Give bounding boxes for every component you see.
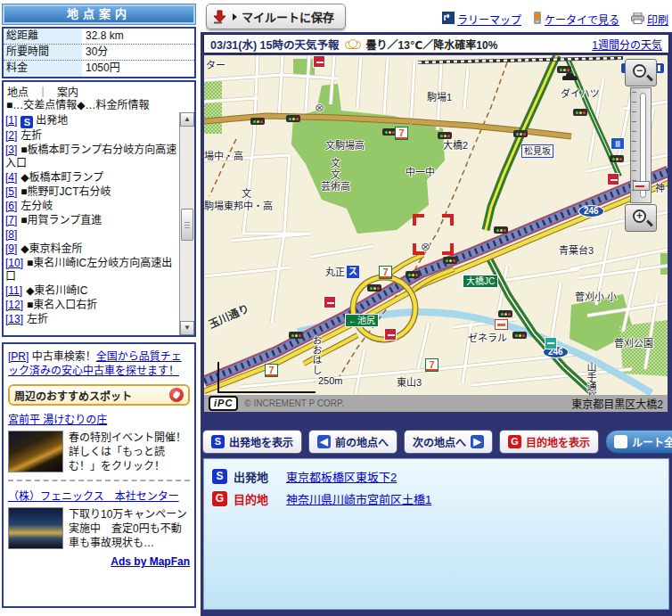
mobile-link[interactable]: ケータイで見る [545, 12, 619, 27]
map-label: ←池尻 [345, 314, 379, 327]
spot2-thumbnail[interactable] [8, 507, 63, 549]
next-view-button[interactable]: 次の地点へ▶ [404, 430, 493, 454]
route-summary: 総距離32.8 km所要時間30分料金1050円 [2, 27, 196, 78]
map-label: 250m [318, 376, 343, 386]
route-step-link[interactable]: [8] [5, 228, 17, 241]
railway [418, 58, 623, 62]
route-step-text: ■板橋本町ランプ右分岐方向高速入口 [5, 144, 176, 169]
summary-value: 32.8 km [82, 29, 194, 44]
route-step-link[interactable]: [1] [5, 114, 17, 127]
save-arrow-icon [213, 10, 227, 24]
route-step-link[interactable]: [12] [5, 299, 23, 311]
route-step: [9]◆東京料金所 [5, 242, 178, 256]
zoom-out-button[interactable]: − [625, 59, 657, 86]
poi-teal-icon [545, 337, 557, 349]
route-step: [6]左分岐 [5, 200, 178, 213]
spot1-thumbnail[interactable] [8, 431, 63, 472]
nav-button-label: 前の地点へ [335, 434, 389, 449]
spot1-row: 春の特別イベント開催！詳しくは「もっと読む！」をクリック！ [8, 431, 190, 473]
traffic-light-icon [573, 109, 587, 116]
route-step: [1]S出発地 [5, 114, 178, 128]
main-column: マイルートに保存 ラリーマップケータイで見る印刷 03/31(水) 15時の天気… [201, 0, 672, 616]
route-step: [5]■熊野町JCT右分岐 [5, 185, 178, 199]
route-step-link[interactable]: [11] [5, 284, 22, 297]
map-label: 文駒場高 [325, 141, 365, 151]
route-step-text: ◆東名川崎IC [26, 284, 87, 297]
route-step-link[interactable]: [4] [5, 171, 17, 184]
start-view-button[interactable]: S出発地を表示 [202, 430, 302, 454]
spot-header-label: 周辺のおすすめスポット [14, 388, 132, 403]
traffic-light-icon [438, 132, 452, 139]
toolbar-link: ラリーマップ [442, 12, 521, 27]
scroll-up-icon[interactable]: ▲ [180, 112, 194, 127]
traffic-light-icon [367, 284, 381, 292]
route-step-link[interactable]: [10] [5, 257, 23, 269]
summary-row: 料金1050円 [4, 61, 194, 77]
route-step-link[interactable]: [2] [5, 129, 17, 142]
weather-bar: 03/31(水) 15時の天気予報 曇り／13℃／降水確率10% 1週間分の天気 [203, 34, 669, 53]
map-viewport[interactable]: ター駒場1大橋2ダイハツ場中・高文駒場東邦中・高文駒場高文文芸術高中一中丸正青葉… [204, 55, 668, 395]
spot2-title-link[interactable]: （株）フェニックス 本社センター [8, 490, 179, 503]
route-view-button[interactable]: ▶ルート全体を表示 [605, 430, 672, 454]
map-label: 中一中 [406, 168, 435, 177]
goal-icon: G [212, 491, 227, 506]
route-step-link[interactable]: [13] [5, 313, 23, 325]
route-step-text: ■用賀ランプ直進 [20, 214, 102, 226]
start-label: 出発地 [234, 468, 280, 485]
route-step: [7]■用賀ランプ直進 [5, 214, 178, 227]
route-points-panel: S出発地東京都板橋区東坂下2G目的地神奈川県川崎市宮前区土橋1 [203, 458, 669, 610]
save-my-route-button[interactable]: マイルートに保存 [206, 4, 346, 29]
pr-tag-link[interactable]: [PR] [8, 350, 29, 363]
zoom-in-button[interactable]: + [625, 204, 657, 232]
traffic-light-icon [498, 310, 512, 317]
route-step-link[interactable]: [3] [5, 144, 17, 156]
route-step-link[interactable]: [7] [5, 214, 17, 226]
zoom-out-icon: − [633, 64, 646, 78]
spot1-title-link[interactable]: 宮前平 湯けむりの庄 [8, 414, 107, 426]
ads-by-mapfan-link[interactable]: Ads by MapFan [111, 555, 190, 568]
poi-red-icon [324, 296, 336, 308]
route-step: [11]◆東名川崎IC [5, 284, 178, 298]
summary-row: 総距離32.8 km [4, 29, 194, 45]
toolbar-link: ケータイで見る [533, 12, 619, 27]
zoom-slider-handle[interactable] [633, 181, 650, 191]
scroll-down-icon[interactable]: ▼ [180, 321, 194, 335]
ads-panel: [PR] 中古車検索！全国から品質チェック済みの安心中古車を探せます！ 周辺のお… [2, 342, 196, 608]
goal-address-link[interactable]: 神奈川県川崎市宮前区土橋1 [286, 490, 431, 507]
route-step-link[interactable]: [5] [5, 185, 17, 198]
map-label: ター [206, 61, 225, 70]
zoom-slider[interactable] [630, 87, 652, 203]
map-attribution-strip: iPC © INCREMENT P CORP. 東京都目黒区大橋2 [204, 395, 668, 412]
summary-row: 所要時間30分 [4, 45, 194, 61]
goal-point-row: G目的地神奈川県川崎市宮前区土橋1 [212, 488, 660, 510]
prev-view-button[interactable]: ◀前の地点へ [308, 430, 397, 454]
map-label: 菅刈公園 [614, 339, 653, 349]
weekly-weather-link[interactable]: 1週間分の天気 [592, 37, 662, 52]
current-point-cursor [413, 214, 454, 255]
weather-condition: 曇り／13℃／降水確率10% [365, 37, 497, 52]
route-step-list: [1]S出発地[2]左折[3]■板橋本町ランプ右分岐方向高速入口[4]◆板橋本町… [4, 112, 179, 335]
goal-chip-icon: G [508, 435, 521, 448]
traffic-light-icon [289, 332, 303, 339]
route-step-text: ■東名入口右折 [27, 299, 97, 311]
traffic-light-icon [512, 332, 527, 339]
museum-icon: Ⅲ [611, 137, 625, 150]
route-step-text: ◆東京料金所 [20, 242, 82, 255]
rally-map-link[interactable]: ラリーマップ [457, 12, 521, 27]
route-step-link[interactable]: [6] [5, 200, 17, 212]
goal-view-button[interactable]: G目的地を表示 [499, 430, 599, 454]
spot1-description: 春の特別イベント開催！詳しくは「もっと読む！」をクリック！ [69, 431, 190, 473]
traffic-light-icon [286, 115, 300, 122]
printer-link[interactable]: 印刷 [647, 12, 668, 27]
scrollbar-thumb[interactable] [181, 209, 193, 241]
summary-label: 総距離 [4, 29, 82, 44]
spot2-description: 下取り10万キャンペーン実施中 査定0円も不動車も事故現状も… [69, 507, 190, 550]
list-scrollbar[interactable]: ▲ ▼ [179, 112, 194, 335]
pr-plain: 中古車検索！ [29, 350, 95, 363]
route-step-link[interactable]: [9] [5, 242, 17, 255]
start-address-link[interactable]: 東京都板橋区東坂下2 [286, 468, 397, 485]
map-zoom-control: − + [625, 59, 659, 232]
ipc-logo: iPC [209, 396, 238, 411]
nav-button-label: 目的地を表示 [526, 434, 590, 449]
traffic-light-icon [513, 130, 528, 137]
